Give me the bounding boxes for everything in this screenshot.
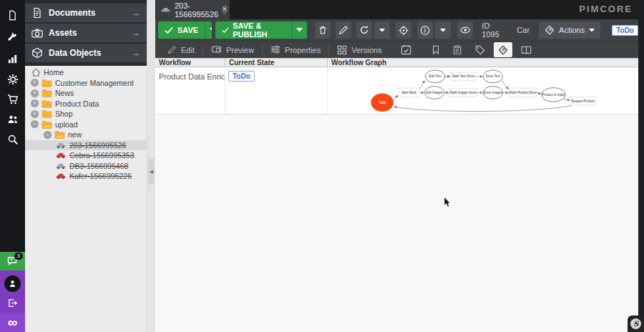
tree-item-cobra-1566995353[interactable]: Cobra-1566995353 — [25, 150, 147, 161]
expand-plus-icon[interactable]: + — [31, 110, 39, 118]
tab-workflow-diamond-icon[interactable] — [494, 42, 512, 57]
menu-search-icon[interactable] — [0, 130, 25, 149]
actions-button[interactable]: Actions — [539, 21, 600, 39]
save-publish-button[interactable]: SAVE & PUBLISH — [215, 21, 307, 39]
save-dropdown-caret-icon[interactable] — [205, 21, 212, 39]
save-publish-dropdown-caret-icon[interactable] — [291, 21, 307, 39]
car-gray-icon — [55, 162, 67, 170]
tree-item-kafer-1566995226[interactable]: Kafer-1566995226 — [25, 171, 147, 182]
panel-assets[interactable]: Assets → — [25, 24, 147, 42]
tab-reports-book-icon[interactable] — [517, 42, 535, 58]
mouse-cursor — [444, 196, 452, 211]
tree-item-db3-1566995468[interactable]: DB3-1566995468 — [25, 161, 147, 172]
panel-expand-arrow-icon[interactable]: → — [132, 48, 140, 58]
left-icon-rail: 3 ∞ — [0, 0, 25, 332]
tree-item-label: new — [68, 130, 82, 139]
expand-plus-icon[interactable]: + — [31, 79, 39, 87]
folder-icon — [42, 99, 52, 108]
folder-icon — [42, 79, 52, 87]
info-dropdown-caret-icon[interactable] — [435, 21, 451, 39]
cube-icon — [31, 47, 43, 59]
workflow-node-label: Start Work — [401, 91, 417, 94]
workflow-edge — [502, 80, 509, 89]
user-avatar[interactable] — [0, 274, 25, 293]
workflow-node-label: Reopen Product — [572, 99, 595, 103]
close-icon[interactable]: ✕ — [222, 5, 228, 14]
tab-properties[interactable]: Properties — [263, 42, 328, 58]
right-edge-scrollbar[interactable] — [638, 0, 644, 332]
panel-expand-arrow-icon[interactable]: → — [132, 8, 140, 18]
workflow-node-label: Done Images — [484, 91, 503, 94]
car-red-icon — [55, 172, 67, 180]
tab-edit[interactable]: Edit — [160, 42, 203, 58]
panel-label: Documents — [49, 8, 95, 18]
panel-expand-arrow-icon[interactable]: → — [132, 28, 140, 38]
tree-item-customer-management[interactable]: +Customer Management — [25, 78, 147, 89]
tree-item-203-1566995526[interactable]: 203-1566995526 — [25, 140, 147, 151]
symfony-profiler-button[interactable]: S — [628, 316, 644, 332]
tab-notes-clipboard-icon[interactable] — [448, 42, 467, 58]
tree-item-shop[interactable]: +Shop — [25, 109, 147, 119]
menu-cart-icon[interactable] — [0, 90, 25, 109]
workflow-edge — [394, 105, 572, 111]
info-button[interactable] — [417, 21, 433, 39]
tree-item-upload[interactable]: −upload — [25, 119, 147, 130]
column-header-current-state[interactable]: Current State — [225, 59, 328, 67]
workflow-grid-header: Workflow Current State Workflow Graph — [155, 58, 638, 67]
object-class-label: Car — [517, 26, 530, 34]
save-button[interactable]: SAVE — [158, 21, 212, 39]
reload-dropdown-caret-icon[interactable] — [374, 21, 390, 39]
tab-preview[interactable]: Preview — [203, 42, 262, 58]
collapse-minus-icon[interactable]: − — [31, 120, 39, 128]
document-icon — [31, 7, 43, 19]
tab-bar: 203-1566995526 ✕ PIMCORE — [155, 0, 638, 19]
panel-documents[interactable]: Documents → — [25, 4, 147, 22]
collapse-minus-icon[interactable]: − — [44, 131, 52, 139]
tab-scheduler-calendar-icon[interactable] — [396, 42, 415, 58]
tab-tags-icon[interactable] — [471, 42, 489, 58]
menu-wrench-icon[interactable] — [0, 27, 25, 46]
sidebar-splitter[interactable]: ◀ — [147, 0, 155, 332]
symfony-logo-icon: S — [630, 318, 641, 329]
menu-users-icon[interactable] — [0, 110, 25, 129]
camera-icon — [31, 28, 43, 39]
collapse-sidebar-icon[interactable]: ◀ — [148, 159, 155, 185]
expand-plus-icon[interactable]: + — [31, 99, 39, 107]
reload-button[interactable] — [356, 21, 372, 39]
workflow-name-cell: Product Data Enrichm... — [155, 68, 225, 81]
open-preview-eye-icon[interactable] — [457, 21, 474, 39]
workflow-node-label: Edit Text — [429, 74, 442, 78]
tab-object-203[interactable]: 203-1566995526 ✕ — [156, 0, 230, 19]
folder-icon — [42, 109, 52, 118]
menu-file-icon[interactable] — [0, 6, 25, 24]
tab-bookmark-icon[interactable] — [426, 42, 445, 58]
logout-icon[interactable] — [0, 293, 25, 312]
locate-in-tree-button[interactable] — [396, 21, 411, 39]
delete-button[interactable] — [315, 21, 331, 39]
tree-item-label: upload — [55, 120, 78, 129]
menu-bar-chart-icon[interactable] — [0, 49, 25, 68]
infinity-logo-icon[interactable]: ∞ — [0, 313, 25, 332]
tab-label: 203-1566995526 — [175, 1, 218, 19]
tab-versions[interactable]: Versions — [329, 42, 389, 58]
tree-item-label: Cobra-1566995353 — [69, 151, 135, 160]
tree-item-label: 203-1566995526 — [69, 141, 126, 150]
home-icon — [31, 68, 41, 77]
workflow-edge — [563, 99, 570, 100]
rename-button[interactable] — [336, 21, 351, 39]
expand-plus-icon[interactable]: + — [31, 89, 39, 97]
menu-gear-icon[interactable] — [0, 70, 25, 89]
car-red-icon — [55, 152, 67, 159]
tree-item-label: Kafer-1566995226 — [69, 172, 132, 180]
column-header-workflow[interactable]: Workflow — [155, 59, 225, 67]
tree-item-home[interactable]: Home — [25, 67, 147, 78]
tree-item-new[interactable]: −new — [25, 130, 147, 140]
column-header-workflow-graph[interactable]: Workflow Graph — [328, 59, 638, 67]
tree-item-news[interactable]: +News — [25, 88, 147, 99]
content-area: 203-1566995526 ✕ PIMCORE SAVE SAVE & PUB… — [155, 0, 638, 332]
notifications-chat-icon[interactable]: 3 — [0, 252, 25, 270]
panel-data-objects[interactable]: Data Objects → — [25, 44, 147, 62]
tree-item-product-data[interactable]: +Product Data — [25, 99, 147, 109]
main-toolbar: SAVE SAVE & PUBLISH ID 1095 Car Actions … — [155, 19, 638, 41]
workflow-node-label: Done Text — [486, 74, 501, 78]
